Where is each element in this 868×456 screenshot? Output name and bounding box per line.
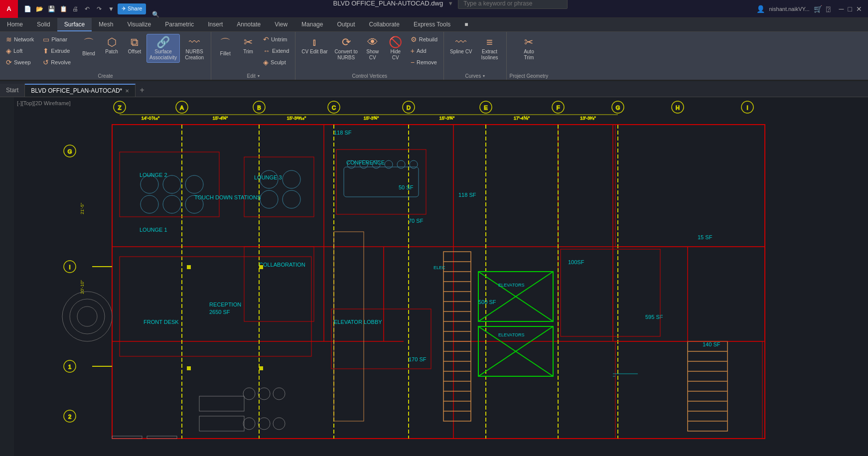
btn-untrim-label: Untrim bbox=[271, 36, 287, 42]
tab-manage[interactable]: Manage bbox=[294, 18, 330, 31]
btn-convert-nurbs[interactable]: ⟳ Convert toNURBS bbox=[332, 34, 361, 63]
tab-surface[interactable]: Surface bbox=[57, 18, 92, 31]
svg-rect-0 bbox=[15, 97, 867, 456]
svg-text:ELEVATOR LOBBY: ELEVATOR LOBBY bbox=[334, 319, 382, 325]
btn-auto-trim-label: AutoTrim bbox=[524, 49, 534, 61]
ribbon-tabs: Home Solid Surface Mesh Visualize Parame… bbox=[0, 18, 868, 32]
redo-btn[interactable]: ↷ bbox=[94, 3, 105, 14]
btn-offset-label: Offset bbox=[128, 49, 142, 55]
btn-nurbs-creation[interactable]: 〰 NURBSCreation bbox=[181, 34, 208, 63]
svg-text:15'-3¾": 15'-3¾" bbox=[364, 116, 379, 121]
hide-cv-icon: 🚫 bbox=[389, 36, 402, 49]
btn-blend[interactable]: ⌒ Blend bbox=[78, 34, 100, 59]
tab-close-btn[interactable]: ✕ bbox=[125, 88, 129, 94]
svg-text:F: F bbox=[557, 105, 560, 111]
tab-parametric[interactable]: Parametric bbox=[158, 18, 201, 31]
btn-offset[interactable]: ⧉ Offset bbox=[124, 34, 145, 57]
btn-surface-assoc[interactable]: 🔗 SurfaceAssociativity bbox=[146, 34, 180, 63]
minimize-icon[interactable]: ─ bbox=[839, 5, 844, 13]
svg-text:20'-10": 20'-10" bbox=[80, 280, 85, 294]
svg-text:ELEC: ELEC bbox=[434, 265, 445, 270]
tab-visualize[interactable]: Visualize bbox=[120, 18, 158, 31]
sweep-icon: ⟳ bbox=[6, 58, 12, 66]
tab-start[interactable]: Start bbox=[0, 84, 25, 97]
btn-loft-label: Loft bbox=[13, 48, 22, 54]
btn-extrude[interactable]: ⬆ Extrude bbox=[40, 45, 74, 56]
save-btn[interactable]: 💾 bbox=[46, 3, 57, 14]
cart-icon[interactable]: 🛒 bbox=[814, 5, 822, 13]
help-icon[interactable]: ⍰ bbox=[826, 5, 830, 13]
btn-show-cv[interactable]: 👁 ShowCV bbox=[362, 34, 384, 63]
btn-patch[interactable]: ⬡ Patch bbox=[101, 34, 123, 57]
svg-text:LOUNGE 1: LOUNGE 1 bbox=[140, 227, 167, 233]
svg-text:ELEVATORS: ELEVATORS bbox=[498, 332, 525, 337]
svg-text:2: 2 bbox=[68, 414, 71, 420]
tab-insert[interactable]: Insert bbox=[201, 18, 230, 31]
btn-fillet[interactable]: ⌒ Fillet bbox=[214, 34, 236, 59]
svg-text:2650 SF: 2650 SF bbox=[209, 309, 230, 315]
search-input[interactable] bbox=[458, 0, 568, 9]
btn-extend[interactable]: ↔ Extend bbox=[260, 45, 292, 56]
auto-trim-icon: ✂ bbox=[524, 36, 533, 49]
tab-extra[interactable]: ■ bbox=[457, 18, 475, 31]
tab-annotate[interactable]: Annotate bbox=[230, 18, 268, 31]
svg-text:COLLABORATION: COLLABORATION bbox=[259, 262, 305, 268]
tab-express-tools[interactable]: Express Tools bbox=[407, 18, 457, 31]
btn-cv-edit-bar[interactable]: ⫾ CV Edit Bar bbox=[298, 34, 330, 57]
btn-loft[interactable]: ◈ Loft bbox=[3, 45, 37, 56]
btn-rebuild[interactable]: ⚙ Rebuild bbox=[408, 34, 440, 45]
drawing-area[interactable]: [-][Top][2D Wireframe] Z A B C D E F G H… bbox=[14, 97, 868, 456]
btn-cv-edit-bar-label: CV Edit Bar bbox=[301, 49, 327, 55]
revolve-icon: ↺ bbox=[43, 58, 49, 66]
tab-solid[interactable]: Solid bbox=[30, 18, 57, 31]
btn-revolve[interactable]: ↺ Revolve bbox=[40, 57, 74, 68]
btn-auto-trim[interactable]: ✂ AutoTrim bbox=[515, 34, 542, 63]
close-icon[interactable]: ✕ bbox=[856, 5, 862, 13]
new-btn[interactable]: 📄 bbox=[22, 3, 33, 14]
svg-text:C: C bbox=[332, 105, 336, 111]
rebuild-icon: ⚙ bbox=[411, 35, 417, 43]
btn-sweep[interactable]: ⟳ Sweep bbox=[3, 57, 37, 68]
undo-btn[interactable]: ↶ bbox=[82, 3, 93, 14]
dropdown-btn[interactable]: ▼ bbox=[106, 3, 117, 14]
svg-text:15'-3¹³⁄₁₆": 15'-3¹³⁄₁₆" bbox=[287, 116, 306, 121]
group-edit: ⌒ Fillet ✂ Trim ↶ Untrim ↔ Extend ◈ Scul… bbox=[211, 32, 295, 80]
btn-add[interactable]: + Add bbox=[408, 45, 440, 56]
new-tab-btn[interactable]: + bbox=[136, 84, 148, 97]
btn-network[interactable]: ≋ Network bbox=[3, 34, 37, 45]
user-icon[interactable]: 👤 bbox=[756, 5, 765, 13]
svg-text:E: E bbox=[484, 105, 487, 111]
fillet-icon: ⌒ bbox=[220, 36, 231, 51]
btn-planar[interactable]: ▭ Planar bbox=[40, 34, 74, 45]
tab-collaborate[interactable]: Collaborate bbox=[362, 18, 407, 31]
svg-text:I: I bbox=[746, 105, 748, 111]
user-name[interactable]: nishant.naikVY... bbox=[769, 6, 809, 12]
tab-mesh[interactable]: Mesh bbox=[92, 18, 120, 31]
btn-hide-cv[interactable]: 🚫 HideCV bbox=[385, 34, 407, 63]
btn-untrim[interactable]: ↶ Untrim bbox=[260, 34, 292, 45]
btn-extract-isolines[interactable]: ≡ ExtractIsolines bbox=[476, 34, 503, 63]
tab-output[interactable]: Output bbox=[330, 18, 362, 31]
btn-show-cv-label: ShowCV bbox=[366, 49, 379, 61]
tabs-bar: Start BLVD OFFICE_PLAN-AUTOCAD* ✕ + bbox=[0, 81, 868, 97]
maximize-icon[interactable]: □ bbox=[848, 5, 852, 13]
svg-text:I: I bbox=[69, 264, 70, 270]
btn-spline-cv[interactable]: 〰 Spline CV bbox=[447, 34, 475, 57]
tab-home[interactable]: Home bbox=[0, 18, 30, 31]
btn-sculpt[interactable]: ◈ Sculpt bbox=[260, 57, 292, 68]
trim-icon: ✂ bbox=[244, 36, 253, 49]
svg-text:15'-3¾": 15'-3¾" bbox=[439, 116, 454, 121]
btn-fillet-label: Fillet bbox=[220, 51, 231, 57]
group-project-geometry: ✂ AutoTrim Project Geometry bbox=[507, 32, 552, 80]
tab-file-active[interactable]: BLVD OFFICE_PLAN-AUTOCAD* ✕ bbox=[25, 84, 136, 97]
btn-trim[interactable]: ✂ Trim bbox=[237, 34, 259, 57]
save-as-btn[interactable]: 📋 bbox=[58, 3, 69, 14]
btn-remove[interactable]: − Remove bbox=[408, 57, 440, 68]
open-btn[interactable]: 📂 bbox=[34, 3, 45, 14]
plot-btn[interactable]: 🖨 bbox=[70, 3, 81, 14]
share-btn[interactable]: ✈ Share bbox=[118, 3, 146, 14]
svg-text:50 SF: 50 SF bbox=[399, 184, 414, 190]
nurbs-creation-icon: 〰 bbox=[189, 36, 200, 49]
svg-text:170 SF: 170 SF bbox=[409, 356, 427, 362]
tab-view[interactable]: View bbox=[268, 18, 294, 31]
